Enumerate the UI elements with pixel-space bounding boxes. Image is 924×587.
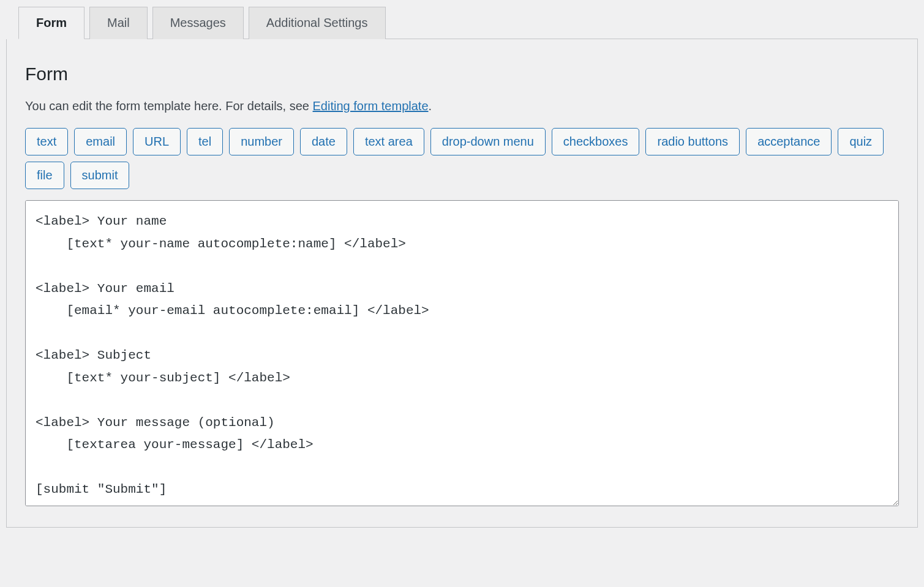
description-suffix: . [429,99,432,113]
tab-mail[interactable]: Mail [89,7,148,39]
editing-template-link[interactable]: Editing form template [313,99,429,113]
tag-button-number[interactable]: number [229,128,294,155]
tag-button-dropdown[interactable]: drop-down menu [430,128,546,155]
section-description: You can edit the form template here. For… [25,99,899,113]
tag-button-acceptance[interactable]: acceptance [746,128,832,155]
tag-button-email[interactable]: email [74,128,127,155]
tag-button-radio[interactable]: radio buttons [645,128,740,155]
description-prefix: You can edit the form template here. For… [25,99,313,113]
tab-messages[interactable]: Messages [152,7,244,39]
form-template-textarea[interactable] [25,200,899,506]
tag-button-url[interactable]: URL [133,128,181,155]
tag-button-submit[interactable]: submit [70,162,130,189]
tag-button-date[interactable]: date [300,128,347,155]
tab-additional-settings[interactable]: Additional Settings [249,7,386,39]
tab-form[interactable]: Form [18,7,85,39]
tag-button-text[interactable]: text [25,128,68,155]
section-title: Form [25,64,899,84]
tag-buttons-row: text email URL tel number date text area… [25,128,899,189]
tag-button-tel[interactable]: tel [187,128,223,155]
form-panel: Form You can edit the form template here… [6,39,918,528]
tag-button-quiz[interactable]: quiz [838,128,884,155]
tag-button-textarea[interactable]: text area [353,128,424,155]
tabs-container: Form Mail Messages Additional Settings [18,6,918,39]
tag-button-checkboxes[interactable]: checkboxes [552,128,640,155]
tag-button-file[interactable]: file [25,162,64,189]
